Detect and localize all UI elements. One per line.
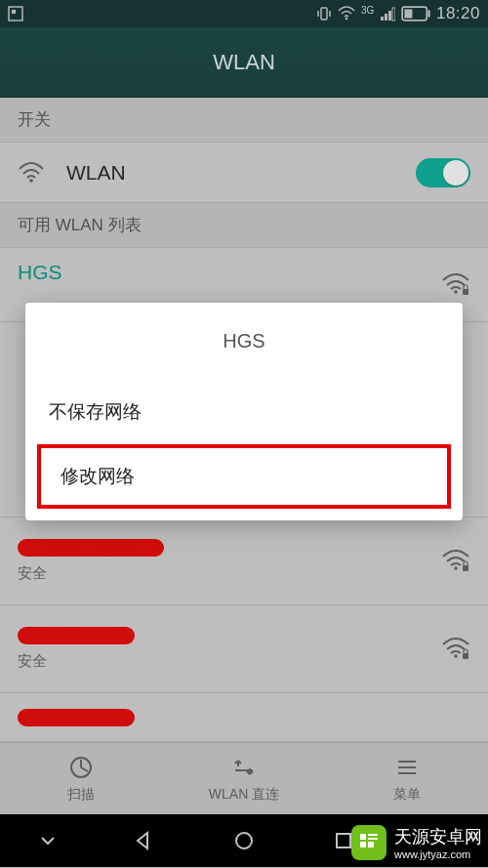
wifi-secure-icon [441,550,470,573]
clock: 18:20 [436,4,480,23]
nav-expand-icon[interactable] [38,831,58,850]
page-title: WLAN [213,50,275,75]
wlan-toggle-row[interactable]: WLAN [0,143,488,203]
bottom-tabs: 扫描 WLAN 直连 菜单 [0,742,488,814]
network-sub [18,292,62,309]
svg-point-11 [29,179,33,183]
watermark-name: 天源安卓网 [394,825,482,848]
svg-rect-21 [360,834,366,840]
svg-rect-2 [321,8,327,20]
svg-point-12 [454,290,458,294]
wlan-label: WLAN [66,161,126,185]
redacted-ssid [18,539,164,557]
scan-icon [68,755,94,780]
svg-rect-6 [388,11,391,21]
signal-icon [380,6,395,21]
tab-scan[interactable]: 扫描 [0,743,163,814]
watermark-url: www.jytyaz.com [394,848,482,860]
tab-direct[interactable]: WLAN 直连 [163,743,326,814]
network-sub: 安全 [18,564,164,583]
network-sub: 安全 [18,652,135,671]
svg-rect-20 [337,834,350,847]
section-switch-header: 开关 [0,98,488,143]
svg-rect-4 [381,17,384,21]
network-type: 3G [361,6,374,21]
title-bar: WLAN [0,27,488,98]
svg-rect-9 [428,11,430,18]
screenshot-icon [8,6,23,21]
wifi-icon [338,6,355,21]
redacted-ssid [18,709,135,726]
wifi-icon [18,162,45,184]
vibrate-icon [316,6,332,21]
network-row[interactable] [0,693,488,742]
direct-icon [231,755,257,780]
nav-back-icon[interactable] [133,829,156,852]
svg-point-19 [236,833,252,848]
menu-icon [394,755,420,780]
svg-rect-24 [368,838,378,840]
svg-point-16 [454,654,458,658]
network-row[interactable]: 安全 [0,517,488,605]
svg-rect-13 [463,289,468,295]
svg-rect-22 [360,842,366,847]
tab-label: 扫描 [67,786,95,804]
watermark-logo [351,825,386,860]
battery-icon [401,6,430,21]
wifi-secure-icon [441,273,470,297]
svg-rect-5 [385,14,387,21]
wifi-secure-icon [441,638,470,661]
svg-rect-23 [368,834,378,836]
network-row[interactable]: HGS [0,248,488,322]
svg-rect-25 [368,842,374,847]
svg-rect-17 [463,653,468,659]
network-ssid: HGS [18,261,62,284]
svg-point-14 [454,566,458,570]
network-row[interactable]: 安全 [0,605,488,693]
nav-home-icon[interactable] [232,829,256,852]
section-available-header: 可用 WLAN 列表 [0,203,488,248]
tab-label: WLAN 直连 [209,786,279,804]
tab-menu[interactable]: 菜单 [325,743,488,814]
wlan-toggle[interactable] [416,158,470,187]
status-bar: 3G 18:20 [0,0,488,27]
tab-label: 菜单 [393,786,421,804]
svg-rect-15 [463,565,468,571]
svg-rect-7 [392,8,395,21]
watermark: 天源安卓网 www.jytyaz.com [351,823,482,862]
redacted-ssid [18,627,135,644]
svg-rect-1 [12,10,16,14]
svg-rect-10 [405,9,413,18]
svg-point-3 [346,18,348,21]
